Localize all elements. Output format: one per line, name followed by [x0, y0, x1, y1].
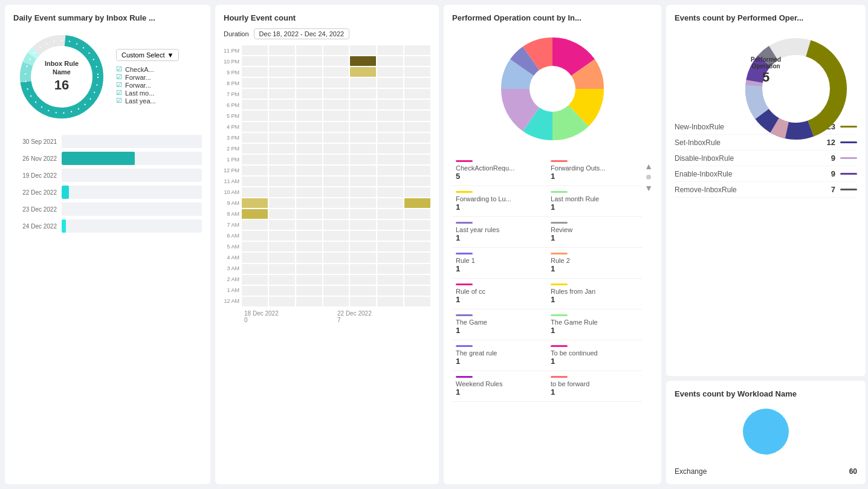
op-name: Weekend Rules — [456, 380, 543, 387]
heatmap-y-label: 2 PM — [224, 143, 239, 154]
heatmap-y-label: 12 PM — [224, 165, 239, 176]
performed-op-donut-panel: Events count by Performed Oper... — [666, 5, 866, 376]
heatmap-cell — [350, 100, 376, 109]
heatmap-cell — [323, 187, 349, 197]
heatmap-y-label: 6 PM — [224, 100, 239, 111]
heatmap-cell — [350, 166, 376, 175]
heatmap-cell — [350, 198, 376, 208]
legend-item: ☑Forwar... — [116, 73, 179, 81]
heatmap-cell — [404, 176, 430, 186]
op-color-line — [551, 345, 568, 347]
heatmap-cell — [242, 176, 268, 186]
heatmap-cell — [350, 286, 376, 296]
heatmap-y-label: 5 AM — [224, 241, 239, 252]
heatmap-cell — [296, 231, 322, 241]
heatmap-cell — [242, 253, 268, 262]
heatmap-cell — [323, 242, 349, 251]
op-color-line — [456, 160, 473, 162]
op-item: The Game Rule 1 — [547, 309, 642, 340]
heatmap-grid: 18 Dec 2022 22 Dec 2022 0 7 — [242, 45, 430, 325]
bar-label: 19 Dec 2022 — [13, 172, 57, 179]
heatmap-cell — [377, 122, 403, 132]
heatmap-cell — [269, 187, 295, 197]
heatmap-cell — [377, 67, 403, 77]
op-value: 1 — [551, 264, 638, 273]
heatmap-cell — [269, 45, 295, 55]
heatmap-cell — [242, 100, 268, 109]
heatmap-cell — [350, 111, 376, 120]
heatmap-cell — [269, 155, 295, 164]
workload-item: Exchange 60 — [675, 464, 857, 476]
heatmap-cell — [404, 144, 430, 154]
op-item: Last month Rule 1 — [547, 186, 642, 217]
heatmap-cell — [350, 155, 376, 164]
heatmap-cell — [350, 133, 376, 143]
legend-item-name: Disable-InboxRule — [675, 154, 734, 163]
heatmap-y-label: 5 PM — [224, 111, 239, 121]
bar-label: 26 Nov 2022 — [13, 155, 57, 162]
op-item: Last year rules 1 — [452, 217, 547, 248]
heatmap-cell — [404, 100, 430, 109]
heatmap-cell — [404, 253, 430, 262]
heatmap-cell — [269, 275, 295, 285]
heatmap-cell — [269, 144, 295, 154]
daily-bar-chart: 30 Sep 2021 26 Nov 2022 19 Dec 2022 22 D… — [13, 135, 202, 233]
heatmap-cell — [269, 286, 295, 296]
heatmap-cell — [350, 275, 376, 285]
heatmap-cell — [296, 176, 322, 186]
heatmap-cell — [323, 275, 349, 285]
op-color-line — [551, 253, 568, 254]
heatmap-cell — [269, 176, 295, 186]
bar-fill — [62, 152, 135, 165]
op-item: Rule 1 1 — [452, 248, 547, 279]
op-value: 1 — [456, 264, 543, 273]
heatmap-cell — [296, 100, 322, 109]
heatmap-cell — [377, 198, 403, 208]
heatmap-cell — [323, 89, 349, 99]
heatmap-cell — [404, 297, 430, 306]
daily-event-panel: Daily Event summary by Inbox Rule ... — [5, 5, 210, 484]
op-color-line — [456, 345, 473, 347]
heatmap-y-label: 6 AM — [224, 230, 239, 241]
heatmap-cell — [404, 220, 430, 230]
perf-legend-row: Enable-InboxRule 9 — [675, 166, 857, 182]
op-name: Rules from Jan — [551, 288, 638, 295]
heatmap-x-labels: 18 Dec 2022 22 Dec 2022 — [242, 310, 430, 317]
heatmap-cell — [377, 242, 403, 251]
heatmap-cell — [323, 78, 349, 88]
op-item: Rule of cc 1 — [452, 279, 547, 309]
scroll-up-arrow[interactable]: ▲ — [644, 161, 653, 171]
heatmap-cell — [323, 176, 349, 186]
heatmap-cell — [350, 176, 376, 186]
heatmap-cell — [296, 89, 322, 99]
heatmap-cell — [404, 242, 430, 251]
op-color-line — [456, 222, 473, 224]
heatmap-cell — [350, 67, 376, 77]
heatmap-cell — [242, 220, 268, 230]
op-name: The Game — [456, 319, 543, 326]
legend-item: ☑Last yea... — [116, 97, 179, 105]
heatmap-cell — [296, 242, 322, 251]
scroll-down-arrow[interactable]: ▼ — [644, 183, 653, 193]
heatmap-cell — [296, 166, 322, 175]
op-color-line — [456, 376, 473, 378]
custom-select-button[interactable]: Custom Select ▼ — [116, 49, 179, 61]
heatmap-cell — [404, 78, 430, 88]
op-name: CheckActionRequ... — [456, 164, 543, 172]
op-item: Forwarding to Lu... 1 — [452, 186, 547, 217]
op-item: Forwarding Outs... 1 — [547, 155, 642, 186]
op-name: to be forward — [551, 380, 638, 387]
op-color-line — [551, 222, 568, 224]
heatmap-cell — [296, 198, 322, 208]
duration-row: Duration Dec 18, 2022 - Dec 24, 2022 — [224, 28, 430, 39]
heatmap-cell — [269, 242, 295, 251]
op-value: 1 — [456, 326, 543, 335]
heatmap-cell — [404, 209, 430, 219]
legend-item-dash — [840, 189, 857, 190]
bar-row: 22 Dec 2022 — [13, 186, 202, 199]
workload-circle — [675, 404, 857, 459]
op-name: Review — [551, 226, 638, 233]
heatmap-cell — [377, 144, 403, 154]
heatmap-cell — [377, 89, 403, 99]
heatmap-cell — [350, 231, 376, 241]
